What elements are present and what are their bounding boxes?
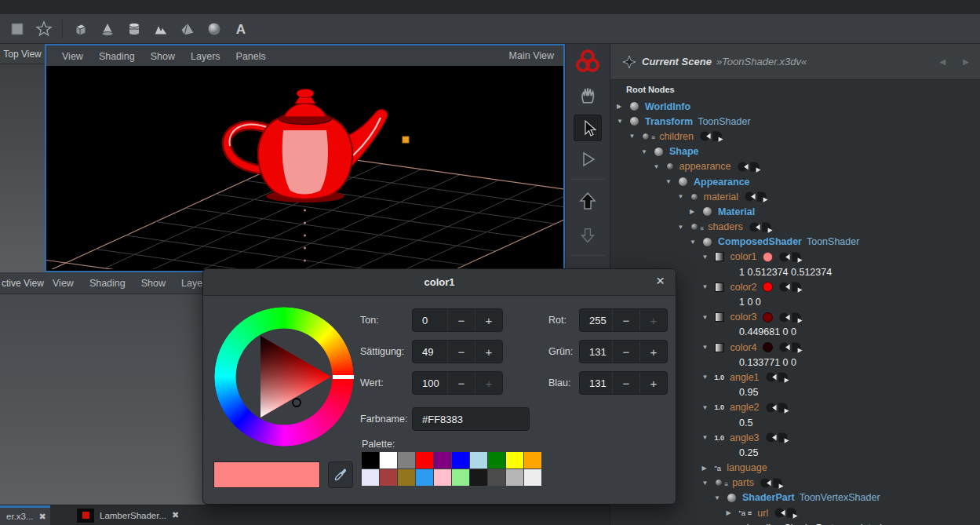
perspective-view-tab[interactable]: ctive View [0,278,45,289]
color-value-swatch[interactable] [763,252,773,262]
route-connector-icons[interactable] [760,477,784,489]
minus-button[interactable]: − [447,341,475,363]
minus-button[interactable]: − [612,309,639,331]
history-back-icon[interactable]: ◀ [940,57,946,66]
expander-icon[interactable]: ▼ [690,239,702,246]
elevation-grid-icon[interactable] [148,17,174,41]
field-name[interactable]: shaders [708,221,742,232]
minus-button[interactable]: − [612,341,639,363]
field-name[interactable]: color3 [730,312,757,323]
expander-icon[interactable]: ▶ [617,103,629,110]
plus-button[interactable]: + [639,341,667,363]
tree-row-transform[interactable]: ▼TransformToonShader [610,114,980,129]
arrow-down-icon[interactable] [574,222,602,249]
spin-button[interactable]: 255−+ [579,308,668,332]
palette-color[interactable] [488,469,505,486]
menu-shading[interactable]: Shading [82,275,133,291]
tree-row-shape[interactable]: ▼Shape [610,144,980,159]
expander-icon[interactable]: ▼ [641,148,654,155]
route-connector-icons[interactable] [778,251,803,263]
plus-button[interactable]: + [475,309,502,331]
tree-row-composedshader[interactable]: ▼ComposedShaderToonShader [610,235,980,250]
expander-icon[interactable]: ▼ [702,404,715,411]
palette-color[interactable] [470,469,487,486]
select-arrow-tool-icon[interactable] [574,115,602,141]
spin-button[interactable]: 49−+ [412,340,503,363]
expander-icon[interactable]: ▶ [702,465,715,472]
palette-color[interactable] [434,452,451,468]
sv-selector[interactable] [293,399,301,407]
minus-button[interactable]: − [447,372,475,394]
node-name[interactable]: Material [718,206,755,217]
hand-tool-icon[interactable] [574,82,602,108]
field-name[interactable]: color4 [730,342,757,353]
route-connector-icons[interactable] [749,221,773,233]
text-node-icon[interactable]: A [228,17,254,41]
field-name[interactable]: angle3 [730,432,760,443]
node-name[interactable]: ShaderPart [742,492,795,503]
field-name[interactable]: color1 [730,251,757,262]
route-connector-icons[interactable] [737,161,761,173]
menu-shading[interactable]: Shading [91,49,143,64]
route-connector-icons[interactable] [778,281,803,293]
tab-close-icon[interactable]: ✖ [39,512,46,522]
tree-row-children[interactable]: ▼≡children [610,129,980,144]
plus-button[interactable]: + [475,341,502,363]
route-connector-icons[interactable] [765,432,789,443]
field-name[interactable]: angle1 [730,372,760,383]
node-name[interactable]: Appearance [694,177,750,188]
tree-row-shaders[interactable]: ▼≡shaders [610,220,980,235]
spin-value[interactable]: 49 [413,341,447,363]
dialog-titlebar[interactable]: color1 × [203,269,676,296]
palette-color[interactable] [398,452,415,468]
minus-button[interactable]: − [447,309,475,331]
arrow-up-icon[interactable] [574,188,602,214]
close-icon[interactable]: × [656,272,665,290]
route-connector-icons[interactable] [765,371,789,383]
eyedropper-button[interactable] [328,461,353,488]
palette-color[interactable] [524,469,541,486]
plus-button[interactable]: + [639,372,667,394]
history-forward-icon[interactable]: ▶ [963,57,969,66]
tree-row-appearance[interactable]: ▼Appearance [610,174,980,189]
route-connector-icons[interactable] [774,507,798,519]
palette-color[interactable] [416,469,433,486]
field-name[interactable]: appearance [679,161,731,172]
selection-handle[interactable] [403,137,409,143]
menu-show[interactable]: Show [143,49,183,64]
field-name[interactable]: url [757,508,768,519]
spin-value[interactable]: 0 [413,309,447,331]
field-name[interactable]: material [704,191,738,202]
top-view-tab[interactable]: Top View [0,44,45,64]
plus-button[interactable]: + [639,309,667,331]
expander-icon[interactable]: ▼ [702,479,715,487]
field-name[interactable]: children [659,131,694,142]
expander-icon[interactable]: ▼ [678,193,690,200]
field-name[interactable]: language [727,462,767,473]
def-name[interactable]: ToonVertexShader [800,492,880,503]
color-value-swatch[interactable] [763,342,773,352]
expander-icon[interactable]: ▼ [629,133,642,140]
expander-icon[interactable]: ▼ [678,224,690,231]
palette-color[interactable] [506,452,523,468]
expander-icon[interactable]: ▼ [654,163,666,170]
play-tool-icon[interactable] [574,146,602,173]
scene-tab[interactable]: LamberShader...✖ [71,505,185,525]
menu-view[interactable]: View [45,275,82,291]
expander-icon[interactable]: ▼ [702,283,715,290]
hex-color-input[interactable]: #FF8383 [412,407,530,431]
minus-button[interactable]: − [612,372,639,394]
3d-canvas[interactable] [46,66,563,269]
menu-show[interactable]: Show [133,275,173,291]
palette-color[interactable] [362,469,379,486]
spin-value[interactable]: 131 [580,341,612,363]
expander-icon[interactable]: ▼ [702,344,715,351]
tree-row-appearance[interactable]: ▼appearance [610,159,980,174]
color-value-swatch[interactable] [763,282,773,292]
palette-color[interactable] [380,469,397,486]
indexed-face-set-icon[interactable] [174,17,201,41]
palette-color[interactable] [416,452,433,468]
rectangle-tool-icon[interactable] [4,17,31,41]
palette-color[interactable] [488,452,505,468]
field-name[interactable]: color2 [730,282,757,293]
